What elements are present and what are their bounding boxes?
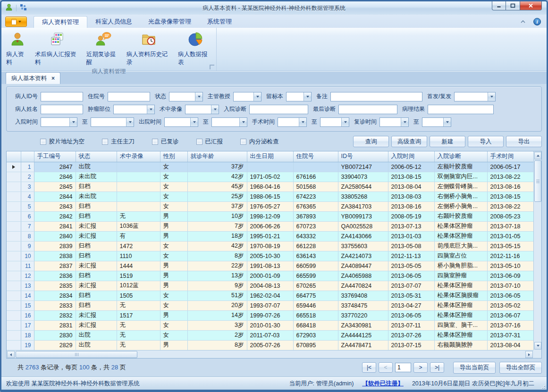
search-combo[interactable] <box>91 117 134 127</box>
search-combo[interactable] <box>211 117 247 127</box>
table-row[interactable]: 162832未汇报1517男14岁1999-07-266655183377022… <box>7 310 533 320</box>
table-row[interactable]: 122836归档1519男13岁2000-01-09665599ZA406598… <box>7 271 533 281</box>
column-header[interactable]: 手工编号 <box>34 151 76 162</box>
combo-dropdown-icon[interactable] <box>211 105 219 114</box>
postop-report-button[interactable]: 术后病人汇报资料 <box>32 30 84 67</box>
resize-grip-icon[interactable] <box>540 384 545 389</box>
column-header[interactable]: 就诊年龄 <box>187 151 247 162</box>
table-row[interactable]: 32845归档女45岁1968-04-16501568ZA25805442013… <box>7 182 533 192</box>
search-combo[interactable] <box>278 117 307 127</box>
search-input[interactable] <box>428 105 494 114</box>
table-row[interactable]: 42844未出院女25岁1988-06-15674223338052682013… <box>7 192 533 201</box>
patient-data-button[interactable]: 病人资料 <box>3 30 32 67</box>
search-input[interactable] <box>108 92 150 101</box>
search-combo[interactable] <box>320 117 349 127</box>
table-row[interactable]: 112837未汇报1444男22岁1991-08-13660599ZA40894… <box>7 261 533 271</box>
table-row[interactable]: 92839归档1472女42岁1970-08-19661228337556032… <box>7 241 533 251</box>
table-row[interactable]: 62842归档无男10岁1998-12-09367893YB0099173200… <box>7 211 533 221</box>
scroll-left-icon[interactable] <box>7 351 15 358</box>
column-header[interactable]: ID号 <box>338 151 388 162</box>
table-row[interactable]: 152833归档无女20岁1993-07-0765944633748475201… <box>7 300 533 310</box>
search-combo[interactable] <box>286 92 312 101</box>
filter-checkbox[interactable]: 胶片地址为空 <box>40 138 84 146</box>
column-header[interactable]: 手术时间 <box>487 151 533 162</box>
combo-dropdown-icon[interactable] <box>126 118 134 126</box>
maximize-button[interactable] <box>506 1 520 10</box>
column-header[interactable]: 状态 <box>76 151 117 162</box>
combo-dropdown-icon[interactable] <box>147 105 154 114</box>
table-row[interactable]: 142834归档1505女51岁1962-02-0466477533769408… <box>7 291 533 300</box>
combo-dropdown-icon[interactable] <box>304 92 311 101</box>
patient-history-button[interactable]: 病人资料历史记录 <box>124 30 175 67</box>
quick-access-icon[interactable] <box>20 4 27 13</box>
import-button[interactable]: 导入 <box>468 136 504 147</box>
ribbon-tab-patient-management[interactable]: 病人资料管理 <box>34 16 87 28</box>
table-row[interactable]: 102838归档1110女8岁2005-10-30636143ZA4214073… <box>7 251 533 261</box>
scroll-down-icon[interactable] <box>534 342 541 350</box>
combo-dropdown-icon[interactable] <box>69 118 77 126</box>
export-current-page-button[interactable]: 导出当前页 <box>453 362 496 374</box>
minimize-button[interactable] <box>492 1 506 10</box>
combo-dropdown-icon[interactable] <box>443 118 451 126</box>
table-row[interactable]: 22846未出院女42岁1971-05-02676166339040732013… <box>7 172 533 182</box>
close-tab-icon[interactable]: × <box>51 75 55 82</box>
column-header[interactable]: 入院诊断 <box>434 151 487 162</box>
software-registered-link[interactable]: 【软件已注册】 <box>362 380 404 388</box>
table-row[interactable]: 192829出院无男8岁2005-07-26670895ZA4478471201… <box>7 340 533 350</box>
close-button[interactable] <box>520 1 542 10</box>
prev-page-button[interactable]: < <box>379 362 393 373</box>
ribbon-tab-system[interactable]: 系统管理 <box>199 16 240 28</box>
search-input[interactable] <box>41 92 83 101</box>
export-all-pages-button[interactable]: 导出全部页 <box>499 362 542 374</box>
table-row[interactable]: 132835未汇报1012蓝男9岁2004-08-13670265ZA44708… <box>7 281 533 291</box>
search-input[interactable] <box>249 105 308 114</box>
patient-report-button[interactable]: 病人数据报表 <box>175 30 215 67</box>
search-combo[interactable] <box>379 117 409 127</box>
filter-checkbox[interactable]: 已复诊 <box>152 138 179 146</box>
combo-dropdown-icon[interactable] <box>253 92 261 101</box>
table-row[interactable]: 182830出院无女2岁2011-07-03672903ZA4444125201… <box>7 330 533 340</box>
query-button[interactable]: 查询 <box>353 136 389 147</box>
filter-checkbox[interactable]: 内分泌检查 <box>240 138 279 146</box>
scroll-up-icon[interactable] <box>534 152 541 159</box>
combo-dropdown-icon[interactable] <box>299 118 306 126</box>
search-combo[interactable] <box>169 92 203 101</box>
search-input[interactable] <box>338 105 397 114</box>
advanced-query-button[interactable]: 高级查询 <box>391 136 427 147</box>
table-row[interactable]: 82840未汇报有男18岁1995-01-21643332ZA414306620… <box>7 231 533 241</box>
table-row[interactable]: 52843归档女37岁1976-05-27676365ZA38417032013… <box>7 201 533 211</box>
ribbon-tab-department-staff[interactable]: 科室人员信息 <box>87 16 140 28</box>
filter-checkbox[interactable]: 主任主刀 <box>102 138 135 146</box>
combo-dropdown-icon[interactable] <box>239 118 247 126</box>
column-header[interactable]: 性别 <box>160 151 187 162</box>
search-combo[interactable] <box>422 117 451 127</box>
last-page-button[interactable]: >| <box>430 362 444 373</box>
dialog-launcher-icon[interactable] <box>210 65 214 69</box>
search-combo[interactable] <box>233 92 261 101</box>
table-row[interactable]: 72841未汇报1036蓝男7岁2006-06-26670723QA002552… <box>7 221 533 231</box>
search-input[interactable] <box>330 92 422 101</box>
table-row[interactable]: 172831未汇报无女3岁2010-01-30668418ZA343098120… <box>7 320 533 330</box>
column-header[interactable]: 术中录像 <box>117 151 160 162</box>
table-row[interactable]: 12847出院女37岁YB00721472006-05-12左额叶胶质瘤2006… <box>7 162 533 172</box>
export-button[interactable]: 导出 <box>506 136 542 147</box>
column-header[interactable]: 住院号 <box>293 151 338 162</box>
combo-dropdown-icon[interactable] <box>401 118 408 126</box>
vertical-scroll-thumb[interactable] <box>534 160 541 202</box>
search-combo[interactable] <box>113 105 155 114</box>
combo-dropdown-icon[interactable] <box>488 92 495 101</box>
filter-checkbox[interactable]: 已汇报 <box>196 138 223 146</box>
collapse-ribbon-icon[interactable] <box>520 19 526 24</box>
search-combo[interactable] <box>185 105 219 114</box>
search-input[interactable] <box>41 105 83 114</box>
column-header[interactable]: 入院时间 <box>388 151 434 162</box>
vertical-scrollbar[interactable] <box>533 151 541 350</box>
combo-dropdown-icon[interactable] <box>195 92 202 101</box>
search-combo[interactable] <box>164 117 198 127</box>
search-combo[interactable] <box>41 117 77 127</box>
revisit-reminder-button[interactable]: 近期复诊提醒 <box>84 30 124 67</box>
scroll-right-icon[interactable] <box>525 351 533 358</box>
first-page-button[interactable]: |< <box>362 362 376 373</box>
page-number-input[interactable] <box>395 363 411 372</box>
ribbon-tab-disc-video[interactable]: 光盘录像带管理 <box>140 16 199 28</box>
